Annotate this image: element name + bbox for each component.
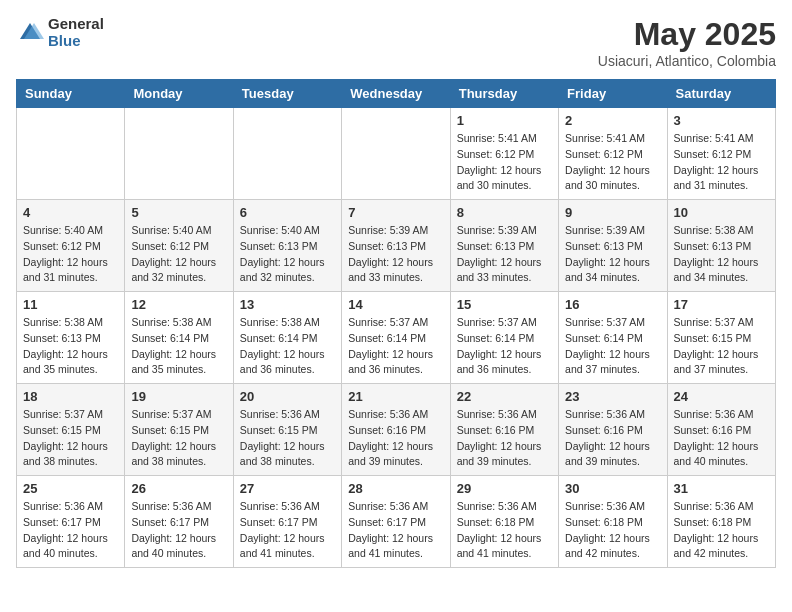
calendar-week-row: 11Sunrise: 5:38 AM Sunset: 6:13 PM Dayli… — [17, 292, 776, 384]
calendar-cell: 5Sunrise: 5:40 AM Sunset: 6:12 PM Daylig… — [125, 200, 233, 292]
weekday-header: Thursday — [450, 80, 558, 108]
day-number: 10 — [674, 205, 769, 220]
calendar-cell: 22Sunrise: 5:36 AM Sunset: 6:16 PM Dayli… — [450, 384, 558, 476]
calendar-week-row: 18Sunrise: 5:37 AM Sunset: 6:15 PM Dayli… — [17, 384, 776, 476]
day-info: Sunrise: 5:40 AM Sunset: 6:12 PM Dayligh… — [23, 223, 118, 286]
calendar-cell: 24Sunrise: 5:36 AM Sunset: 6:16 PM Dayli… — [667, 384, 775, 476]
day-info: Sunrise: 5:37 AM Sunset: 6:14 PM Dayligh… — [565, 315, 660, 378]
calendar-cell: 8Sunrise: 5:39 AM Sunset: 6:13 PM Daylig… — [450, 200, 558, 292]
calendar-cell: 6Sunrise: 5:40 AM Sunset: 6:13 PM Daylig… — [233, 200, 341, 292]
weekday-header: Saturday — [667, 80, 775, 108]
day-info: Sunrise: 5:36 AM Sunset: 6:16 PM Dayligh… — [565, 407, 660, 470]
day-info: Sunrise: 5:37 AM Sunset: 6:14 PM Dayligh… — [348, 315, 443, 378]
calendar-cell: 12Sunrise: 5:38 AM Sunset: 6:14 PM Dayli… — [125, 292, 233, 384]
day-info: Sunrise: 5:36 AM Sunset: 6:17 PM Dayligh… — [240, 499, 335, 562]
calendar-cell: 7Sunrise: 5:39 AM Sunset: 6:13 PM Daylig… — [342, 200, 450, 292]
calendar-cell: 28Sunrise: 5:36 AM Sunset: 6:17 PM Dayli… — [342, 476, 450, 568]
day-info: Sunrise: 5:40 AM Sunset: 6:13 PM Dayligh… — [240, 223, 335, 286]
calendar-cell: 20Sunrise: 5:36 AM Sunset: 6:15 PM Dayli… — [233, 384, 341, 476]
day-number: 26 — [131, 481, 226, 496]
day-info: Sunrise: 5:38 AM Sunset: 6:14 PM Dayligh… — [240, 315, 335, 378]
calendar-cell: 18Sunrise: 5:37 AM Sunset: 6:15 PM Dayli… — [17, 384, 125, 476]
logo: General Blue — [16, 16, 104, 49]
day-number: 12 — [131, 297, 226, 312]
calendar-cell: 17Sunrise: 5:37 AM Sunset: 6:15 PM Dayli… — [667, 292, 775, 384]
day-number: 1 — [457, 113, 552, 128]
calendar-cell — [17, 108, 125, 200]
day-number: 13 — [240, 297, 335, 312]
day-info: Sunrise: 5:36 AM Sunset: 6:17 PM Dayligh… — [23, 499, 118, 562]
calendar-cell: 25Sunrise: 5:36 AM Sunset: 6:17 PM Dayli… — [17, 476, 125, 568]
day-number: 5 — [131, 205, 226, 220]
day-info: Sunrise: 5:39 AM Sunset: 6:13 PM Dayligh… — [348, 223, 443, 286]
day-number: 19 — [131, 389, 226, 404]
calendar-cell: 19Sunrise: 5:37 AM Sunset: 6:15 PM Dayli… — [125, 384, 233, 476]
day-number: 23 — [565, 389, 660, 404]
day-info: Sunrise: 5:39 AM Sunset: 6:13 PM Dayligh… — [565, 223, 660, 286]
day-number: 3 — [674, 113, 769, 128]
calendar-cell: 23Sunrise: 5:36 AM Sunset: 6:16 PM Dayli… — [559, 384, 667, 476]
weekday-header: Tuesday — [233, 80, 341, 108]
calendar-cell: 13Sunrise: 5:38 AM Sunset: 6:14 PM Dayli… — [233, 292, 341, 384]
calendar-cell: 11Sunrise: 5:38 AM Sunset: 6:13 PM Dayli… — [17, 292, 125, 384]
day-info: Sunrise: 5:36 AM Sunset: 6:16 PM Dayligh… — [674, 407, 769, 470]
calendar-cell: 16Sunrise: 5:37 AM Sunset: 6:14 PM Dayli… — [559, 292, 667, 384]
day-number: 24 — [674, 389, 769, 404]
day-info: Sunrise: 5:36 AM Sunset: 6:16 PM Dayligh… — [348, 407, 443, 470]
day-number: 21 — [348, 389, 443, 404]
calendar-cell: 10Sunrise: 5:38 AM Sunset: 6:13 PM Dayli… — [667, 200, 775, 292]
day-number: 25 — [23, 481, 118, 496]
day-number: 4 — [23, 205, 118, 220]
day-number: 30 — [565, 481, 660, 496]
day-number: 2 — [565, 113, 660, 128]
calendar-cell: 15Sunrise: 5:37 AM Sunset: 6:14 PM Dayli… — [450, 292, 558, 384]
day-number: 29 — [457, 481, 552, 496]
calendar-cell — [233, 108, 341, 200]
weekday-header: Friday — [559, 80, 667, 108]
calendar-week-row: 1Sunrise: 5:41 AM Sunset: 6:12 PM Daylig… — [17, 108, 776, 200]
calendar-cell: 29Sunrise: 5:36 AM Sunset: 6:18 PM Dayli… — [450, 476, 558, 568]
header: General Blue May 2025 Usiacuri, Atlantic… — [16, 16, 776, 69]
calendar-cell: 1Sunrise: 5:41 AM Sunset: 6:12 PM Daylig… — [450, 108, 558, 200]
calendar-cell: 4Sunrise: 5:40 AM Sunset: 6:12 PM Daylig… — [17, 200, 125, 292]
logo-text: General Blue — [48, 16, 104, 49]
calendar-cell: 9Sunrise: 5:39 AM Sunset: 6:13 PM Daylig… — [559, 200, 667, 292]
calendar-cell: 27Sunrise: 5:36 AM Sunset: 6:17 PM Dayli… — [233, 476, 341, 568]
day-info: Sunrise: 5:36 AM Sunset: 6:17 PM Dayligh… — [348, 499, 443, 562]
calendar-cell: 2Sunrise: 5:41 AM Sunset: 6:12 PM Daylig… — [559, 108, 667, 200]
day-number: 31 — [674, 481, 769, 496]
day-info: Sunrise: 5:36 AM Sunset: 6:18 PM Dayligh… — [674, 499, 769, 562]
logo-general: General — [48, 16, 104, 33]
day-info: Sunrise: 5:37 AM Sunset: 6:15 PM Dayligh… — [131, 407, 226, 470]
weekday-header: Monday — [125, 80, 233, 108]
day-number: 9 — [565, 205, 660, 220]
day-info: Sunrise: 5:41 AM Sunset: 6:12 PM Dayligh… — [674, 131, 769, 194]
calendar-cell: 31Sunrise: 5:36 AM Sunset: 6:18 PM Dayli… — [667, 476, 775, 568]
day-number: 27 — [240, 481, 335, 496]
month-title: May 2025 — [598, 16, 776, 53]
day-number: 28 — [348, 481, 443, 496]
day-info: Sunrise: 5:40 AM Sunset: 6:12 PM Dayligh… — [131, 223, 226, 286]
day-info: Sunrise: 5:39 AM Sunset: 6:13 PM Dayligh… — [457, 223, 552, 286]
calendar-week-row: 4Sunrise: 5:40 AM Sunset: 6:12 PM Daylig… — [17, 200, 776, 292]
day-number: 18 — [23, 389, 118, 404]
logo-blue: Blue — [48, 33, 104, 50]
calendar-cell: 30Sunrise: 5:36 AM Sunset: 6:18 PM Dayli… — [559, 476, 667, 568]
day-number: 7 — [348, 205, 443, 220]
day-info: Sunrise: 5:36 AM Sunset: 6:18 PM Dayligh… — [565, 499, 660, 562]
day-info: Sunrise: 5:37 AM Sunset: 6:14 PM Dayligh… — [457, 315, 552, 378]
calendar-cell — [125, 108, 233, 200]
day-info: Sunrise: 5:38 AM Sunset: 6:13 PM Dayligh… — [23, 315, 118, 378]
weekday-header: Wednesday — [342, 80, 450, 108]
day-number: 8 — [457, 205, 552, 220]
calendar-header-row: SundayMondayTuesdayWednesdayThursdayFrid… — [17, 80, 776, 108]
day-info: Sunrise: 5:41 AM Sunset: 6:12 PM Dayligh… — [457, 131, 552, 194]
day-info: Sunrise: 5:36 AM Sunset: 6:16 PM Dayligh… — [457, 407, 552, 470]
title-area: May 2025 Usiacuri, Atlantico, Colombia — [598, 16, 776, 69]
day-info: Sunrise: 5:36 AM Sunset: 6:17 PM Dayligh… — [131, 499, 226, 562]
calendar-cell: 14Sunrise: 5:37 AM Sunset: 6:14 PM Dayli… — [342, 292, 450, 384]
calendar-cell: 26Sunrise: 5:36 AM Sunset: 6:17 PM Dayli… — [125, 476, 233, 568]
calendar-cell — [342, 108, 450, 200]
day-info: Sunrise: 5:38 AM Sunset: 6:13 PM Dayligh… — [674, 223, 769, 286]
calendar-table: SundayMondayTuesdayWednesdayThursdayFrid… — [16, 79, 776, 568]
